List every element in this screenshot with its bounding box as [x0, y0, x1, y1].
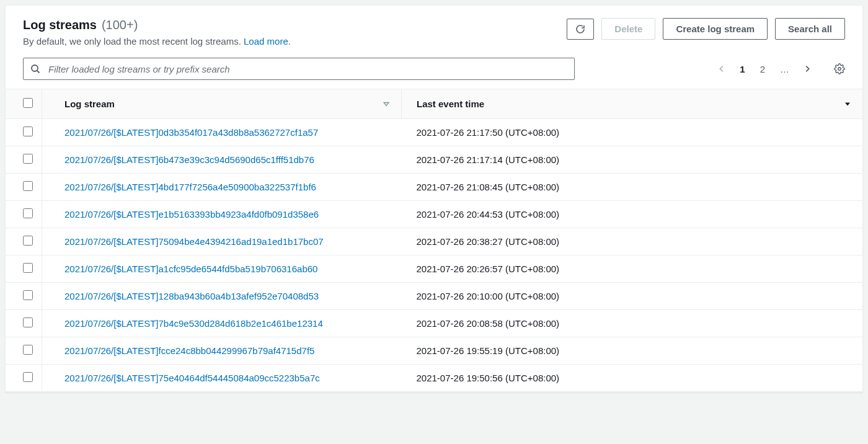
title-block: Log streams (100+) By default, we only l…	[23, 18, 567, 47]
subtitle-text: By default, we only load the most recent…	[23, 36, 244, 47]
row-checkbox[interactable]	[23, 345, 33, 355]
table-row: 2021/07/26/[$LATEST]4bd177f7256a4e50900b…	[6, 174, 862, 201]
refresh-icon	[575, 24, 585, 34]
triangle-down-outline-icon	[383, 100, 390, 107]
page-prev	[717, 64, 726, 73]
log-streams-table: Log stream Last event time 2021/07/26/[$…	[6, 89, 862, 392]
col-last-event[interactable]: Last event time	[402, 89, 863, 119]
last-event-time: 2021-07-26 20:10:00 (UTC+08:00)	[402, 283, 863, 310]
log-stream-link[interactable]: 2021/07/26/[$LATEST]6b473e39c3c94d5690d6…	[64, 154, 314, 165]
last-event-time: 2021-07-26 21:08:45 (UTC+08:00)	[402, 174, 863, 201]
row-checkbox[interactable]	[23, 181, 33, 191]
last-event-time: 2021-07-26 19:50:56 (UTC+08:00)	[402, 365, 863, 392]
log-stream-link[interactable]: 2021/07/26/[$LATEST]128ba943b60a4b13afef…	[64, 291, 319, 301]
last-event-time: 2021-07-26 20:26:57 (UTC+08:00)	[402, 255, 863, 283]
chevron-left-icon	[717, 64, 726, 73]
svg-point-0	[32, 65, 38, 71]
col-last-event-label: Last event time	[417, 99, 484, 109]
row-checkbox[interactable]	[23, 317, 33, 327]
search-input[interactable]	[23, 58, 575, 80]
table-row: 2021/07/26/[$LATEST]75e40464df54445084a0…	[6, 365, 862, 392]
log-stream-link[interactable]: 2021/07/26/[$LATEST]fcce24c8bb044299967b…	[64, 345, 314, 356]
page-next[interactable]	[803, 64, 812, 73]
log-stream-link[interactable]: 2021/07/26/[$LATEST]a1cfc95de6544fd5ba51…	[64, 264, 317, 274]
select-all-checkbox[interactable]	[23, 98, 33, 108]
log-streams-panel: Log streams (100+) By default, we only l…	[5, 5, 863, 393]
last-event-time: 2021-07-26 20:08:58 (UTC+08:00)	[402, 310, 863, 337]
table-row: 2021/07/26/[$LATEST]7b4c9e530d284d618b2e…	[6, 310, 862, 337]
page-1[interactable]: 1	[738, 64, 746, 74]
page-2[interactable]: 2	[759, 64, 766, 74]
select-all-header	[6, 89, 42, 119]
toolbar: 1 2 …	[6, 53, 862, 89]
row-checkbox[interactable]	[23, 236, 33, 246]
search-wrap	[23, 58, 575, 80]
log-stream-link[interactable]: 2021/07/26/[$LATEST]4bd177f7256a4e50900b…	[64, 182, 316, 192]
chevron-right-icon	[803, 64, 812, 73]
page-ellipsis: …	[779, 64, 790, 74]
last-event-time: 2021-07-26 21:17:14 (UTC+08:00)	[402, 146, 863, 174]
row-checkbox[interactable]	[23, 263, 33, 273]
gear-icon	[834, 63, 845, 74]
header-actions: Delete Create log stream Search all	[567, 18, 845, 40]
create-log-stream-button[interactable]: Create log stream	[663, 18, 768, 40]
search-all-button[interactable]: Search all	[775, 18, 845, 40]
subtitle: By default, we only load the most recent…	[23, 36, 567, 47]
last-event-time: 2021-07-26 20:44:53 (UTC+08:00)	[402, 201, 863, 228]
table-row: 2021/07/26/[$LATEST]6b473e39c3c94d5690d6…	[6, 146, 862, 174]
table-row: 2021/07/26/[$LATEST]e1b5163393bb4923a4fd…	[6, 201, 862, 228]
search-icon	[30, 64, 40, 74]
load-more-link[interactable]: Load more.	[244, 36, 291, 47]
sort-icon-inactive	[383, 99, 390, 109]
last-event-time: 2021-07-26 19:55:19 (UTC+08:00)	[402, 337, 863, 365]
refresh-button[interactable]	[567, 19, 594, 40]
log-stream-link[interactable]: 2021/07/26/[$LATEST]e1b5163393bb4923a4fd…	[64, 209, 319, 220]
table-row: 2021/07/26/[$LATEST]128ba943b60a4b13afef…	[6, 283, 862, 310]
col-log-stream[interactable]: Log stream	[42, 89, 402, 119]
row-checkbox[interactable]	[23, 208, 33, 218]
last-event-time: 2021-07-26 20:38:27 (UTC+08:00)	[402, 228, 863, 255]
stream-count: (100+)	[102, 18, 138, 32]
row-checkbox[interactable]	[23, 154, 33, 164]
log-stream-link[interactable]: 2021/07/26/[$LATEST]7b4c9e530d284d618b2e…	[64, 318, 323, 329]
col-log-stream-label: Log stream	[64, 99, 115, 109]
table-row: 2021/07/26/[$LATEST]0d3b354f017a43d8b8a5…	[6, 119, 862, 146]
row-checkbox[interactable]	[23, 290, 33, 300]
triangle-down-icon	[844, 100, 851, 107]
log-stream-link[interactable]: 2021/07/26/[$LATEST]75094be4e4394216ad19…	[64, 236, 324, 247]
table-row: 2021/07/26/[$LATEST]fcce24c8bb044299967b…	[6, 337, 862, 365]
delete-button: Delete	[601, 18, 655, 40]
row-checkbox[interactable]	[23, 127, 33, 136]
table-settings-button[interactable]	[834, 63, 845, 74]
table-row: 2021/07/26/[$LATEST]75094be4e4394216ad19…	[6, 228, 862, 255]
last-event-time: 2021-07-26 21:17:50 (UTC+08:00)	[402, 119, 863, 146]
page-title: Log streams	[23, 18, 97, 32]
sort-icon-active	[844, 99, 851, 109]
table-row: 2021/07/26/[$LATEST]a1cfc95de6544fd5ba51…	[6, 255, 862, 283]
row-checkbox[interactable]	[23, 372, 33, 382]
panel-header: Log streams (100+) By default, we only l…	[6, 6, 862, 53]
log-stream-link[interactable]: 2021/07/26/[$LATEST]0d3b354f017a43d8b8a5…	[64, 127, 318, 138]
pagination: 1 2 …	[717, 63, 845, 74]
svg-point-1	[838, 68, 841, 71]
log-stream-link[interactable]: 2021/07/26/[$LATEST]75e40464df54445084a0…	[64, 373, 320, 383]
